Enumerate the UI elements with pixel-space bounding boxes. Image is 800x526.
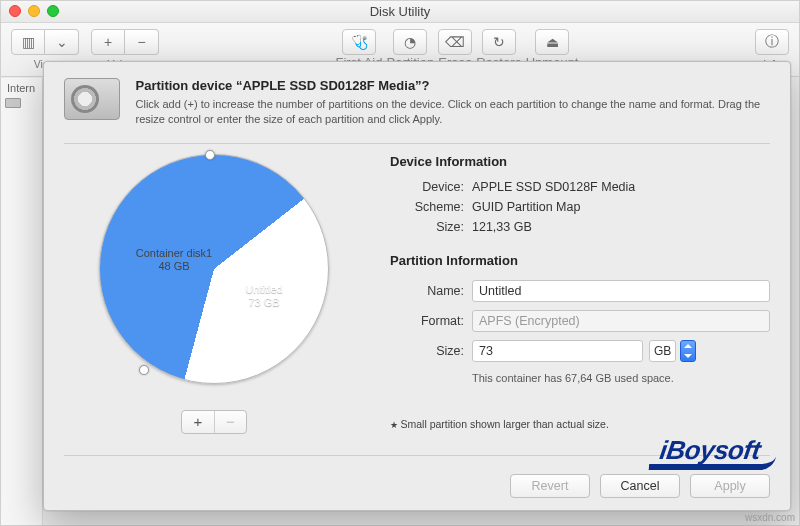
partition-pie[interactable]: Container disk1 48 GB Untitled 73 GB xyxy=(99,154,329,384)
unit-value: GB xyxy=(654,344,671,358)
revert-button: Revert xyxy=(510,474,590,498)
partition-add-remove: + − xyxy=(181,410,247,434)
view-sidebar-button[interactable]: ▥ xyxy=(11,29,45,55)
partition-sheet: Partition device “APPLE SSD SD0128F Medi… xyxy=(43,61,791,511)
divider xyxy=(64,455,770,456)
name-label: Name: xyxy=(390,284,464,298)
partition-info-heading: Partition Information xyxy=(390,253,770,268)
firstaid-icon: 🩺 xyxy=(351,34,368,50)
format-label: Format: xyxy=(390,314,464,328)
info-button[interactable]: ⓘ xyxy=(755,29,789,55)
volume-remove-button[interactable]: − xyxy=(125,29,159,55)
pie-column: Container disk1 48 GB Untitled 73 GB + − xyxy=(64,154,364,449)
sheet-header: Partition device “APPLE SSD SD0128F Medi… xyxy=(64,78,770,127)
restore-button[interactable]: ↻ xyxy=(482,29,516,55)
titlebar: Disk Utility xyxy=(1,1,799,23)
sheet-subtitle: Click add (+) to increase the number of … xyxy=(136,97,770,127)
resize-handle-top[interactable] xyxy=(205,150,215,160)
partition-button[interactable]: ◔ xyxy=(393,29,427,55)
erase-icon: ⌫ xyxy=(445,34,465,50)
pie-slice-name: Untitled xyxy=(245,283,282,295)
volume-add-button[interactable]: + xyxy=(91,29,125,55)
window-title: Disk Utility xyxy=(370,4,431,19)
cancel-button[interactable]: Cancel xyxy=(600,474,680,498)
device-info-heading: Device Information xyxy=(390,154,770,169)
device-value: APPLE SSD SD0128F Media xyxy=(472,180,635,194)
disk-icon xyxy=(5,98,21,108)
disk-utility-window: Disk Utility ▥ ⌄ View + − Volume 🩺First … xyxy=(0,0,800,526)
source-url: wsxdn.com xyxy=(745,512,795,523)
apply-button: Apply xyxy=(690,474,770,498)
first-aid-button[interactable]: 🩺 xyxy=(342,29,376,55)
size-unit-select[interactable]: GB xyxy=(649,340,676,362)
size-value: 121,33 GB xyxy=(472,220,532,234)
size-label: Size: xyxy=(390,220,464,234)
close-icon[interactable] xyxy=(9,5,21,17)
minus-icon: − xyxy=(226,413,235,430)
used-space-hint: This container has 67,64 GB used space. xyxy=(472,372,770,384)
sidebar: Intern xyxy=(1,78,43,525)
sidebar-disk-item[interactable] xyxy=(1,94,42,112)
plus-icon: + xyxy=(194,413,203,430)
view-menu-button[interactable]: ⌄ xyxy=(45,29,79,55)
zoom-icon[interactable] xyxy=(47,5,59,17)
scheme-value: GUID Partition Map xyxy=(472,200,580,214)
minus-icon: − xyxy=(137,34,145,50)
size-stepper[interactable] xyxy=(680,340,696,362)
remove-partition-button: − xyxy=(214,411,246,433)
hdd-icon xyxy=(64,78,120,120)
footnote: Small partition shown larger than actual… xyxy=(390,418,770,430)
device-label: Device: xyxy=(390,180,464,194)
partition-size-input[interactable] xyxy=(472,340,643,362)
partition-name-input[interactable] xyxy=(472,280,770,302)
pie-slice-container[interactable]: Container disk1 48 GB xyxy=(128,247,220,275)
partition-format-select[interactable] xyxy=(472,310,770,332)
chevron-down-icon: ⌄ xyxy=(56,34,68,50)
info-column: Device Information Device:APPLE SSD SD01… xyxy=(390,154,770,449)
pie-slice-size: 48 GB xyxy=(128,260,220,274)
pie-slice-name: Container disk1 xyxy=(136,247,212,259)
eject-icon: ⏏ xyxy=(546,34,559,50)
scheme-label: Scheme: xyxy=(390,200,464,214)
pie-slice-size: 73 GB xyxy=(224,296,304,310)
add-partition-button[interactable]: + xyxy=(182,411,214,433)
resize-handle-bottom[interactable] xyxy=(139,365,149,375)
pie-slice-untitled[interactable]: Untitled 73 GB xyxy=(224,267,304,311)
partition-icon: ◔ xyxy=(404,34,416,50)
sheet-footer: Revert Cancel Apply xyxy=(64,474,770,498)
sidebar-icon: ▥ xyxy=(22,34,35,50)
minimize-icon[interactable] xyxy=(28,5,40,17)
divider xyxy=(64,143,770,144)
erase-button[interactable]: ⌫ xyxy=(438,29,472,55)
restore-icon: ↻ xyxy=(493,34,505,50)
psize-label: Size: xyxy=(390,344,464,358)
sheet-title: Partition device “APPLE SSD SD0128F Medi… xyxy=(136,78,770,93)
sidebar-section-header: Intern xyxy=(1,82,42,94)
unmount-button[interactable]: ⏏ xyxy=(535,29,569,55)
plus-icon: + xyxy=(104,34,112,50)
window-controls xyxy=(9,5,59,17)
info-icon: ⓘ xyxy=(765,33,779,51)
volume-icon xyxy=(257,267,271,281)
